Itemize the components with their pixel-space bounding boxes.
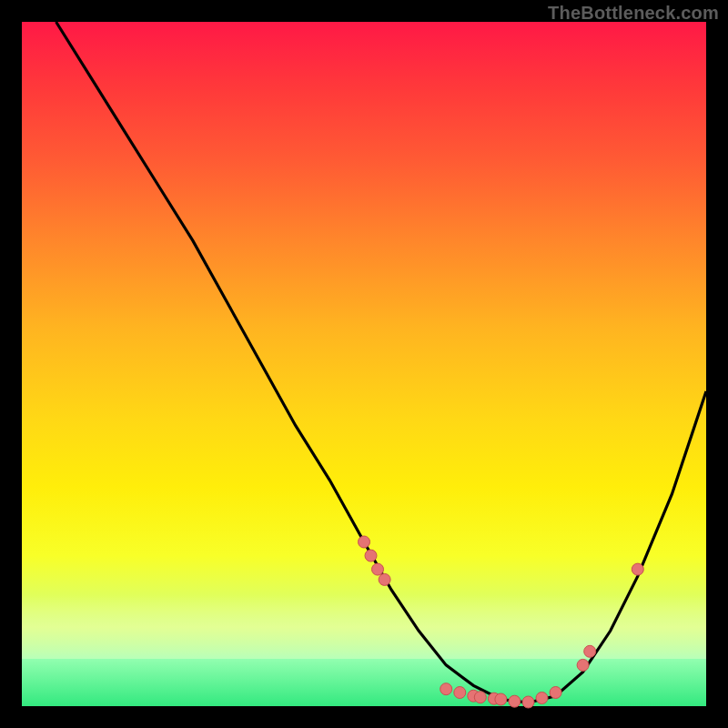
data-marker [509,695,521,707]
data-marker [584,645,596,657]
data-marker [577,659,589,671]
data-markers [359,536,644,708]
data-marker [454,687,466,699]
chart-stage: TheBottleneck.com [0,0,728,728]
chart-svg [22,22,706,706]
data-marker [522,696,534,708]
bottleneck-curve [56,22,706,703]
data-marker [550,687,561,699]
data-marker [495,693,507,705]
data-marker [365,550,377,561]
data-marker [372,563,384,575]
attribution-text: TheBottleneck.com [548,3,719,24]
plot-area [22,22,706,706]
data-marker [474,692,486,703]
data-marker [379,573,390,585]
data-marker [536,693,548,704]
data-marker [440,683,452,695]
data-marker [359,536,370,548]
data-marker [632,563,643,575]
